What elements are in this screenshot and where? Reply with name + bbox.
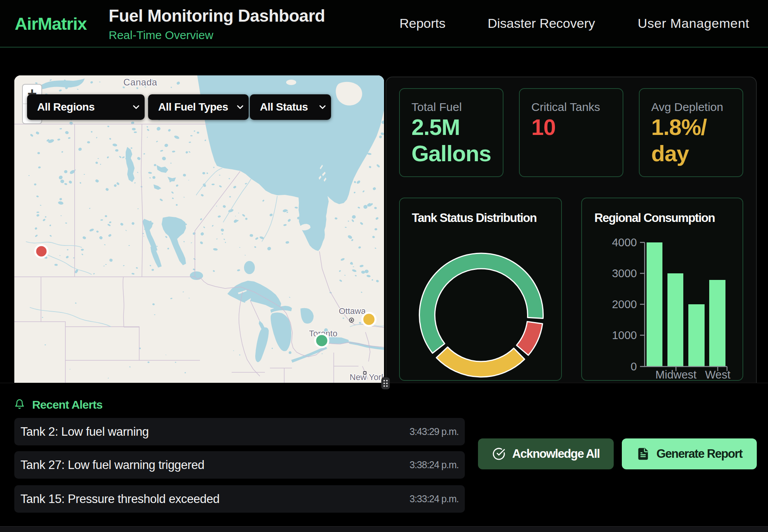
- svg-text:Canada: Canada: [123, 77, 157, 87]
- svg-text:0: 0: [631, 360, 637, 373]
- svg-text:New York: New York: [350, 372, 384, 382]
- svg-text:Ottawa: Ottawa: [339, 306, 366, 316]
- svg-text:1000: 1000: [612, 329, 637, 341]
- svg-text:3000: 3000: [612, 267, 637, 280]
- svg-text:West: West: [705, 368, 730, 381]
- svg-text:4000: 4000: [612, 236, 637, 249]
- svg-text:Midwest: Midwest: [655, 368, 696, 381]
- svg-text:2000: 2000: [612, 298, 637, 310]
